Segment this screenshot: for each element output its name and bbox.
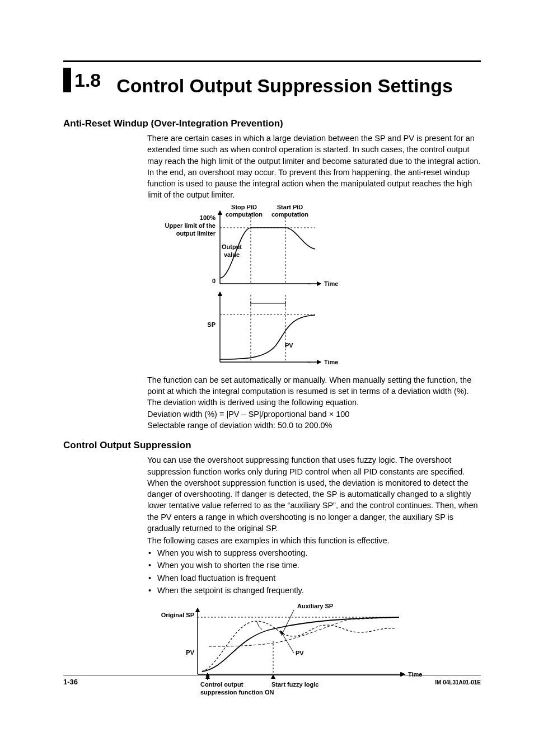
cos-bullets: When you wish to suppress overshooting. … [147,547,481,597]
anti-reset-heading: Anti-Reset Windup (Over-Integration Prev… [63,118,481,129]
fig1-stop-pid: Stop PID [231,205,257,210]
svg-line-24 [280,631,294,653]
section-number-text: 1.8 [74,69,101,91]
cos-figure: Original SP Auxiliary SP PV PV Time Cont… [147,602,481,702]
fig1-ul2: output limiter [176,230,216,237]
cos-heading: Control Output Suppression [63,440,481,451]
cos-para1: You can use the overshoot suppressing fu… [147,454,481,534]
anti-reset-range: Selectable range of deviation width: 50.… [147,420,481,431]
anti-reset-para1: There are certain cases in which a large… [147,133,481,201]
section-title: Control Output Suppression Settings [116,75,453,97]
fig1-ul1: Upper limit of the [165,222,216,229]
fig1-time2: Time [324,359,338,365]
anti-reset-para2: The function can be set automatically or… [147,374,481,408]
fig1-zero: 0 [212,278,216,284]
fig1-start-pid: Start PID [277,205,303,210]
cos-para2: The following cases are examples in whic… [147,535,481,546]
block-marker [63,68,71,92]
anti-reset-figure: Stop PID Start PID computation computati… [147,205,481,371]
svg-line-23 [282,610,294,635]
svg-text:→: → [306,359,312,365]
fig1-sp: SP [207,321,216,328]
cos-bullet-4: When the setpoint is changed frequently. [147,584,481,597]
title-row: 1.8 Control Output Suppression Settings [63,68,481,97]
page: 1.8 Control Output Suppression Settings … [0,0,534,756]
cos-bullet-1: When you wish to suppress overshooting. [147,547,481,559]
document-id: IM 04L31A01-01E [435,679,481,685]
section-number: 1.8 [63,68,101,92]
footer: 1-36 IM 04L31A01-01E [63,675,481,686]
fig2-pv2: PV [296,650,304,656]
fig2-asp: Auxiliary SP [297,603,333,609]
fig2-pv1: PV [186,649,194,656]
fig1-100: 100% [200,214,216,221]
fig1-time1: Time [324,280,338,287]
fig1-comp2: computation [271,211,308,218]
fig1-value: value [224,251,240,258]
fig1-output: Output [222,243,242,250]
fig2-co2: suppression function ON [200,689,274,696]
fig2-osp: Original SP [161,612,194,618]
title-rule [63,60,481,62]
page-number: 1-36 [63,678,78,686]
fig1-comp1: computation [226,211,263,218]
cos-bullet-2: When you wish to shorten the rise time. [147,559,481,571]
fig1-pv: PV [285,342,293,349]
svg-text:→: → [306,280,312,287]
anti-reset-eq: Deviation width (%) = |PV – SP|/proporti… [147,408,481,420]
cos-bullet-3: When load fluctuation is frequent [147,572,481,584]
